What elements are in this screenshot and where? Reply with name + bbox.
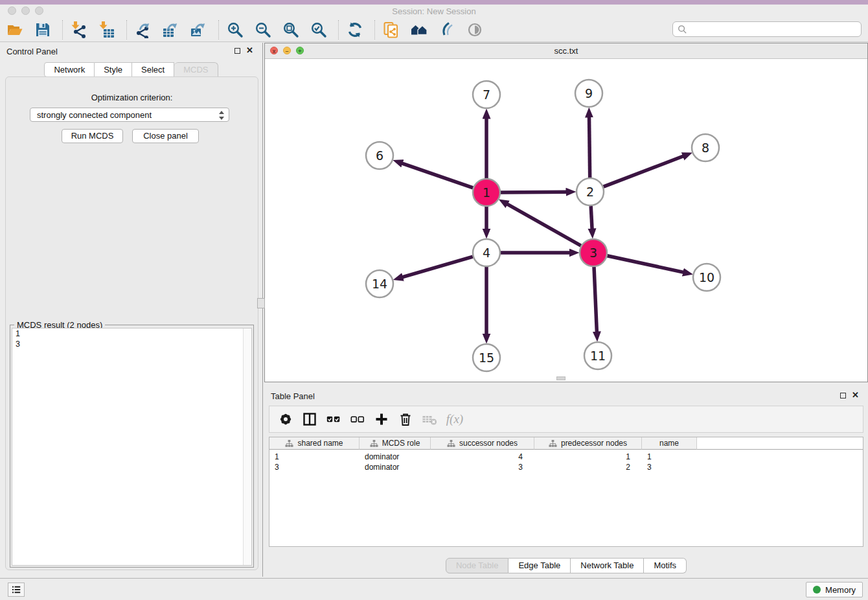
memory-button[interactable]: Memory bbox=[806, 582, 863, 597]
delete-row-icon[interactable] bbox=[397, 411, 414, 428]
delete-column-icon[interactable] bbox=[421, 411, 438, 428]
refresh-icon[interactable] bbox=[345, 20, 365, 40]
control-panel-header: Control Panel ✕ bbox=[0, 43, 262, 60]
table-cell[interactable]: 1 bbox=[642, 452, 697, 462]
column-header-successor-nodes[interactable]: successor nodes bbox=[431, 437, 534, 450]
table-row[interactable]: 1dominator411 bbox=[269, 452, 863, 462]
table-cell[interactable]: dominator bbox=[360, 452, 431, 462]
close-panel-icon[interactable]: ✕ bbox=[246, 46, 253, 55]
network-resize-grip[interactable] bbox=[556, 376, 565, 380]
zoom-selected-icon[interactable] bbox=[309, 20, 328, 40]
status-bar: Memory bbox=[0, 578, 868, 600]
table-cell[interactable]: 2 bbox=[534, 462, 642, 472]
edge-2-3[interactable] bbox=[591, 206, 592, 229]
node-table[interactable]: shared nameMCDS rolesuccessor nodesprede… bbox=[269, 437, 863, 547]
float-panel-icon[interactable] bbox=[234, 48, 240, 54]
clone-network-icon[interactable] bbox=[382, 20, 401, 40]
open-folder-icon[interactable] bbox=[5, 20, 25, 40]
svg-text:4: 4 bbox=[483, 246, 490, 260]
table-cell[interactable]: 4 bbox=[431, 452, 534, 462]
edge-3-11[interactable] bbox=[594, 267, 597, 332]
table-row[interactable]: 3dominator323 bbox=[269, 462, 863, 472]
table-tabs: Node TableEdge TableNetwork TableMotifs bbox=[264, 558, 868, 573]
float-table-panel-icon[interactable] bbox=[840, 393, 846, 398]
titlebar[interactable]: Session: New Session bbox=[0, 5, 868, 17]
table-header-row: shared nameMCDS rolesuccessor nodesprede… bbox=[269, 437, 863, 450]
tab-motifs[interactable]: Motifs bbox=[644, 558, 687, 573]
tab-style[interactable]: Style bbox=[95, 62, 132, 77]
import-table-icon[interactable] bbox=[97, 20, 117, 40]
table-cell[interactable]: 3 bbox=[269, 462, 360, 472]
export-network-icon[interactable] bbox=[133, 20, 153, 40]
svg-text:3: 3 bbox=[589, 246, 597, 260]
search-input[interactable] bbox=[690, 23, 861, 36]
table-settings-icon[interactable] bbox=[277, 411, 294, 428]
select-all-icon[interactable] bbox=[325, 411, 342, 428]
tab-edge-table[interactable]: Edge Table bbox=[508, 558, 571, 573]
result-scrollbar[interactable] bbox=[243, 329, 251, 565]
close-table-panel-icon[interactable]: ✕ bbox=[852, 391, 859, 400]
edge-2-8[interactable] bbox=[604, 156, 684, 187]
network-window-titlebar[interactable]: x – + scc.txt bbox=[265, 43, 867, 59]
add-row-icon[interactable] bbox=[373, 411, 390, 428]
first-neighbors-icon[interactable] bbox=[409, 20, 429, 40]
network-title: scc.txt bbox=[265, 46, 867, 56]
network-canvas[interactable]: 7968124314101511 bbox=[265, 58, 867, 381]
edge-2-9[interactable] bbox=[589, 117, 590, 178]
node-2[interactable]: 2 bbox=[577, 178, 604, 205]
zoom-fit-icon[interactable] bbox=[281, 20, 301, 40]
mcds-result-textarea[interactable]: 13 bbox=[12, 328, 252, 566]
edge-4-14[interactable] bbox=[402, 257, 473, 277]
node-15[interactable]: 15 bbox=[473, 344, 500, 371]
node-7[interactable]: 7 bbox=[473, 81, 500, 108]
close-panel-button[interactable]: Close panel bbox=[132, 129, 199, 143]
save-icon[interactable] bbox=[33, 20, 52, 40]
node-11[interactable]: 11 bbox=[584, 342, 611, 369]
node-3[interactable]: 3 bbox=[580, 239, 607, 266]
edge-3-1[interactable] bbox=[507, 204, 580, 246]
memory-label: Memory bbox=[825, 585, 856, 595]
node-14[interactable]: 14 bbox=[366, 270, 393, 297]
table-cell[interactable]: dominator bbox=[360, 462, 431, 472]
task-history-button[interactable] bbox=[8, 583, 25, 597]
tab-network-table[interactable]: Network Table bbox=[571, 558, 644, 573]
edge-3-10[interactable] bbox=[608, 256, 684, 273]
criterion-dropdown[interactable]: strongly connected component bbox=[30, 108, 229, 122]
export-table-icon[interactable] bbox=[161, 20, 181, 40]
deselect-all-icon[interactable] bbox=[349, 411, 366, 428]
column-view-icon[interactable] bbox=[301, 411, 318, 428]
node-6[interactable]: 6 bbox=[366, 142, 393, 169]
zoom-out-icon[interactable] bbox=[253, 20, 273, 40]
mcds-panel: Optimization criterion: strongly connect… bbox=[5, 76, 258, 570]
column-edit-icon bbox=[370, 439, 378, 448]
node-9[interactable]: 9 bbox=[575, 80, 602, 107]
import-network-icon[interactable] bbox=[69, 20, 89, 40]
edge-1-2[interactable] bbox=[501, 192, 567, 192]
zoom-in-icon[interactable] bbox=[225, 20, 245, 40]
show-hide-icon[interactable] bbox=[465, 20, 485, 40]
graphics-details-icon[interactable] bbox=[437, 20, 457, 40]
node-1[interactable]: 1 bbox=[473, 179, 500, 206]
column-header-predecessor-nodes[interactable]: predecessor nodes bbox=[534, 437, 642, 450]
node-4[interactable]: 4 bbox=[473, 239, 500, 266]
table-cell[interactable]: 1 bbox=[534, 452, 642, 462]
table-cell[interactable]: 3 bbox=[642, 462, 697, 472]
search-box[interactable] bbox=[672, 21, 862, 37]
node-8[interactable]: 8 bbox=[692, 134, 719, 161]
table-cell[interactable]: 1 bbox=[269, 452, 360, 462]
tab-select[interactable]: Select bbox=[132, 62, 174, 77]
toolbar-separator bbox=[62, 20, 63, 40]
column-header-MCDS-role[interactable]: MCDS role bbox=[360, 437, 431, 450]
edge-1-6[interactable] bbox=[402, 163, 473, 188]
tab-node-table[interactable]: Node Table bbox=[446, 558, 509, 573]
tab-network[interactable]: Network bbox=[44, 62, 95, 77]
panel-divider-grip[interactable] bbox=[257, 298, 265, 308]
column-header-shared-name[interactable]: shared name bbox=[269, 437, 360, 450]
function-builder-icon[interactable]: f(x) bbox=[446, 411, 463, 428]
column-header-name[interactable]: name bbox=[642, 437, 697, 450]
export-image-icon[interactable] bbox=[189, 20, 209, 40]
node-10[interactable]: 10 bbox=[693, 264, 720, 291]
table-cell[interactable]: 3 bbox=[431, 462, 534, 472]
window-title: Session: New Session bbox=[0, 6, 868, 16]
run-mcds-button[interactable]: Run MCDS bbox=[62, 129, 123, 143]
